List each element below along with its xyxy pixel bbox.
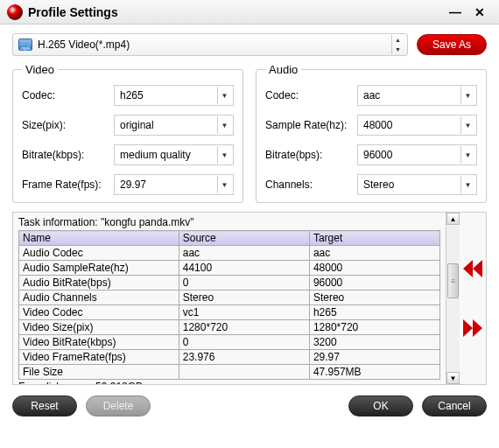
- table-cell: Audio BitRate(bps): [19, 276, 179, 290]
- table-cell: 48000: [309, 261, 439, 276]
- table-cell: 3200: [309, 335, 439, 350]
- table-cell: 29.97: [309, 350, 439, 365]
- task-table: Name Source Target Audio CodecaacaacAudi…: [18, 230, 440, 380]
- audio-group: Audio Codec:aac▼ Sample Rate(hz):48000▼ …: [256, 63, 487, 203]
- scrollbar[interactable]: ▲ ≡ ▼: [446, 213, 460, 384]
- table-row[interactable]: Audio ChannelsStereoStereo: [19, 290, 440, 305]
- audio-sample-select[interactable]: 48000▼: [357, 115, 477, 136]
- app-logo-icon: [7, 4, 23, 20]
- scroll-down-icon[interactable]: ▼: [446, 372, 460, 384]
- task-panel: Task information: "kongfu panda.mkv" Nam…: [12, 212, 487, 385]
- free-disk-label: Free disk space:59.312GB: [18, 381, 440, 384]
- table-cell: 47.957MB: [309, 365, 439, 380]
- table-row[interactable]: Video BitRate(kbps)03200: [19, 335, 440, 350]
- table-row[interactable]: Audio Codecaacaac: [19, 246, 440, 261]
- table-cell: Video FrameRate(fps): [19, 350, 179, 365]
- chevron-down-icon: ▼: [460, 176, 474, 193]
- audio-channels-select[interactable]: Stereo▼: [357, 174, 477, 195]
- video-group: Video Codec:h265▼ Size(pix):original▼ Bi…: [12, 63, 243, 203]
- chevron-down-icon: ▼: [460, 116, 474, 134]
- task-info-title: Task information: "kongfu panda.mkv": [18, 216, 440, 228]
- table-row[interactable]: Video FrameRate(fps)23.97629.97: [19, 350, 440, 365]
- table-cell: h265: [309, 305, 439, 320]
- table-cell: 96000: [309, 276, 439, 290]
- table-cell: aac: [179, 246, 309, 261]
- audio-codec-select[interactable]: aac▼: [357, 85, 477, 106]
- table-row[interactable]: Video Codecvc1h265: [19, 305, 440, 320]
- table-cell: [179, 365, 309, 380]
- window-title: Profile Settings: [28, 5, 443, 19]
- audio-bitrate-select[interactable]: 96000▼: [357, 144, 477, 165]
- video-size-select[interactable]: original▼: [114, 115, 234, 136]
- video-legend: Video: [22, 63, 58, 76]
- chevron-down-icon: ▼: [460, 87, 474, 104]
- table-row[interactable]: File Size47.957MB: [19, 365, 440, 380]
- col-source[interactable]: Source: [179, 231, 309, 246]
- table-cell: 0: [179, 335, 309, 350]
- minimize-button[interactable]: —: [443, 5, 467, 19]
- reset-button[interactable]: Reset: [12, 396, 77, 416]
- chevron-down-icon: ▼: [217, 146, 231, 164]
- audio-legend: Audio: [265, 63, 301, 76]
- table-cell: 44100: [179, 261, 309, 276]
- profile-stepper[interactable]: ▲▼: [391, 35, 404, 54]
- close-button[interactable]: ✕: [467, 5, 492, 19]
- video-bitrate-label: Bitrate(kbps):: [22, 149, 114, 161]
- table-row[interactable]: Audio SampleRate(hz)4410048000: [19, 261, 440, 276]
- chevron-down-icon: ▼: [217, 176, 231, 193]
- chevron-down-icon: ▼: [217, 87, 231, 104]
- video-framerate-select[interactable]: 29.97▼: [114, 174, 234, 195]
- table-row[interactable]: Video Size(pix)1280*7201280*720: [19, 320, 440, 335]
- table-cell: 23.976: [179, 350, 309, 365]
- save-as-button[interactable]: Save As: [417, 34, 487, 55]
- scroll-thumb[interactable]: ≡: [447, 263, 459, 298]
- table-cell: Stereo: [179, 290, 309, 305]
- col-target[interactable]: Target: [309, 231, 439, 246]
- table-cell: File Size: [19, 365, 179, 380]
- video-codec-label: Codec:: [22, 89, 114, 102]
- table-row[interactable]: Audio BitRate(bps)096000: [19, 276, 440, 290]
- profile-select[interactable]: H.265 Video(*.mp4) ▲▼: [12, 33, 408, 56]
- titlebar: Profile Settings — ✕: [0, 0, 499, 24]
- scroll-up-icon[interactable]: ▲: [446, 213, 460, 225]
- audio-bitrate-label: Bitrate(bps):: [265, 149, 357, 161]
- table-cell: Audio SampleRate(hz): [19, 261, 179, 276]
- audio-channels-label: Channels:: [265, 178, 357, 191]
- video-size-label: Size(pix):: [22, 119, 114, 131]
- table-cell: 0: [179, 276, 309, 290]
- ok-button[interactable]: OK: [348, 396, 413, 416]
- table-cell: 1280*720: [309, 320, 439, 335]
- table-cell: Audio Channels: [19, 290, 179, 305]
- table-cell: Video Codec: [19, 305, 179, 320]
- table-cell: Stereo: [309, 290, 439, 305]
- delete-button[interactable]: Delete: [86, 396, 151, 416]
- table-cell: Audio Codec: [19, 246, 179, 261]
- table-cell: 1280*720: [179, 320, 309, 335]
- mp4-icon: [18, 38, 32, 51]
- profile-label: H.265 Video(*.mp4): [38, 38, 391, 51]
- table-cell: Video Size(pix): [19, 320, 179, 335]
- chevron-down-icon: ▼: [460, 146, 474, 164]
- table-cell: Video BitRate(kbps): [19, 335, 179, 350]
- video-codec-select[interactable]: h265▼: [114, 85, 234, 106]
- chevron-down-icon: ▼: [217, 116, 231, 134]
- cancel-button[interactable]: Cancel: [422, 396, 487, 416]
- video-framerate-label: Frame Rate(fps):: [22, 178, 114, 191]
- table-cell: aac: [309, 246, 439, 261]
- table-cell: vc1: [179, 305, 309, 320]
- audio-sample-label: Sample Rate(hz):: [265, 119, 357, 131]
- col-name[interactable]: Name: [19, 231, 179, 246]
- audio-codec-label: Codec:: [265, 89, 357, 102]
- video-bitrate-select[interactable]: medium quality▼: [114, 144, 234, 165]
- prev-task-button[interactable]: [463, 260, 482, 277]
- next-task-button[interactable]: [463, 319, 482, 337]
